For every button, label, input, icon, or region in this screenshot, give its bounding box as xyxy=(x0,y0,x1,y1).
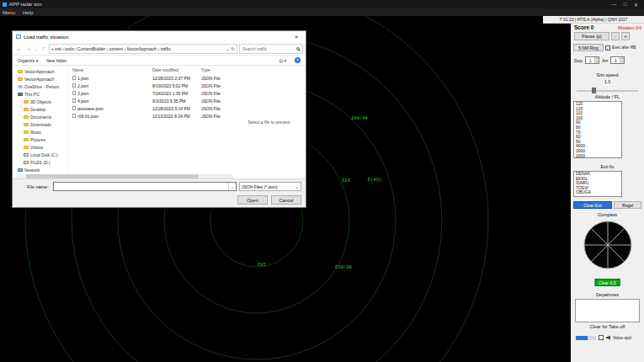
dialog-footer: File name: ⌄ JSON Files (*.json) ⌄ Open … xyxy=(13,178,306,207)
open-button[interactable]: Open xyxy=(237,195,268,205)
exit-fix-list[interactable]: DENAKEKKILIDARUTOSVIOBUGA xyxy=(573,171,622,197)
dialog-close-icon[interactable]: ✕ xyxy=(290,34,302,40)
tree-item[interactable]: Desktop xyxy=(13,105,67,113)
tree-item[interactable]: VectorApproach xyxy=(13,67,67,75)
speed-plus-button[interactable]: + xyxy=(621,32,630,40)
refresh-icon[interactable]: ↻ xyxy=(231,46,235,51)
file-row[interactable]: 3.json 7/24/2023 1:35 PM JSON File xyxy=(68,89,233,97)
clear-ils-button[interactable]: Clear ILS xyxy=(594,279,620,286)
cancel-button[interactable]: Cancel xyxy=(271,195,301,205)
exit-fix-option[interactable]: OBUGA xyxy=(574,190,621,195)
nm-ring-button[interactable]: 5 NM Ring xyxy=(573,44,604,51)
tree-item[interactable]: FILES (D:) xyxy=(13,158,67,166)
dep-label: Dep xyxy=(574,58,583,63)
preview-pane: Select a file to preview. xyxy=(233,66,306,178)
search-input[interactable] xyxy=(242,46,295,51)
minimize-button[interactable]: — xyxy=(609,2,620,7)
tree-item[interactable]: OneDrive - Person xyxy=(13,83,67,90)
folder-icon xyxy=(24,130,29,134)
dialog-title-bar[interactable]: Load traffic situation ✕ xyxy=(13,31,306,42)
search-box[interactable] xyxy=(239,44,303,54)
voice-spd-label: Voice spd xyxy=(613,335,631,340)
exec-after-rb-checkbox[interactable]: ✓ xyxy=(605,45,610,51)
pause-button[interactable]: Pause (p) xyxy=(574,32,609,40)
address-bar[interactable]: « csk › tools › ContentBuilder › content… xyxy=(49,44,237,54)
breadcrumb[interactable]: « csk › tools › ContentBuilder › content… xyxy=(51,46,224,51)
tree-item[interactable]: Pictures xyxy=(13,136,67,143)
menu-item[interactable]: Menu xyxy=(3,10,15,15)
dialog-toolbar: Organize ▾ New folder ▤ ▾ ? xyxy=(13,56,306,66)
folder-icon xyxy=(24,146,29,149)
forward-icon[interactable]: → xyxy=(24,45,32,51)
menu-item[interactable]: Help xyxy=(23,10,33,15)
arr-spinner-arrows[interactable]: ▴▾ xyxy=(620,57,624,63)
file-type-dropdown-icon: ⌄ xyxy=(295,184,299,189)
regel-button[interactable]: Regel xyxy=(614,201,641,209)
folder-icon xyxy=(24,100,29,104)
arr-label: Arr xyxy=(602,58,608,63)
help-icon[interactable]: ? xyxy=(295,57,301,63)
radar-fix-label[interactable]: E(45) xyxy=(368,177,382,182)
address-dropdown-icon[interactable]: ⌄ xyxy=(226,46,230,51)
tree-item[interactable]: Documents xyxy=(13,113,67,120)
file-row[interactable]: 1.json 12/28/2023 2:37 PM JSON File xyxy=(68,74,233,82)
tree-item[interactable]: 3D Objects xyxy=(13,98,67,105)
folder-tree: VectorApproach VectorApproach OneDrive -… xyxy=(13,66,68,178)
file-name-combobox[interactable]: ⌄ xyxy=(53,182,237,191)
close-button[interactable]: ✕ xyxy=(631,2,641,8)
json-icon xyxy=(72,76,76,80)
radar-fix-label[interactable]: 290/44 xyxy=(351,115,368,120)
dep-spinner-arrows[interactable]: ▴▾ xyxy=(594,57,599,63)
view-options-icon[interactable]: ▤ ▾ xyxy=(279,58,286,63)
clear-for-takeoff-button[interactable]: Clear for Take-off xyxy=(571,324,644,329)
new-folder-button[interactable]: New folder xyxy=(46,58,67,63)
dialog-title: Load traffic situation xyxy=(24,35,290,40)
file-list-pane: Name Date modified Type 1.json 12/28/202… xyxy=(68,66,233,178)
column-header-modified[interactable]: Date modified xyxy=(152,67,201,72)
voice-spd-checkbox[interactable] xyxy=(599,335,604,340)
json-icon xyxy=(72,98,76,103)
maximize-button[interactable]: □ xyxy=(620,2,631,7)
file-row[interactable]: 2.json 8/19/2023 5:02 PM JSON File xyxy=(68,82,233,89)
file-name-input[interactable] xyxy=(54,184,228,189)
back-icon[interactable]: ← xyxy=(15,45,23,51)
tree-item[interactable]: Downloads xyxy=(13,120,67,128)
slider-track xyxy=(577,90,638,92)
up-icon[interactable]: ↑ xyxy=(40,45,47,51)
tree-item[interactable]: Videos xyxy=(13,143,67,151)
altitude-option[interactable]: 2000 xyxy=(574,154,621,158)
file-row[interactable]: 4.json 9/3/2023 9:35 PM JSON File xyxy=(68,97,233,104)
folder-icon xyxy=(24,123,29,126)
tree-item[interactable]: This PC xyxy=(13,90,67,98)
file-row[interactable]: r06-01.json 11/13/2023 8:34 PM JSON File xyxy=(68,112,233,120)
slider-thumb[interactable] xyxy=(592,88,596,93)
clear-exit-button[interactable]: Clear Exit xyxy=(573,201,612,209)
sim-speed-label: Sim speed xyxy=(571,72,644,77)
radar-fix-label[interactable]: E80/2A xyxy=(335,264,352,269)
speed-minus-button[interactable]: - xyxy=(611,32,620,40)
tree-item[interactable]: Network xyxy=(13,166,67,173)
voice-volume-slider[interactable] xyxy=(576,336,596,340)
arr-stepper[interactable]: 1 ▴▾ xyxy=(610,56,625,64)
history-dropdown-icon[interactable]: ⌄ xyxy=(34,46,38,51)
sim-speed-slider[interactable] xyxy=(577,88,638,93)
file-row[interactable]: autosave.json 12/28/2023 9:14 PM JSON Fi… xyxy=(68,104,233,112)
altitude-list[interactable]: 1201151101009080706050400030002000 xyxy=(573,101,622,158)
tree-item[interactable]: VectorApproach xyxy=(13,75,67,83)
file-type-select[interactable]: JSON Files (*.json) ⌄ xyxy=(239,182,301,191)
tree-item[interactable]: Local Disk (C:) xyxy=(13,151,67,158)
departures-list[interactable] xyxy=(575,299,640,322)
compass-rose[interactable] xyxy=(583,220,633,270)
column-header-type[interactable]: Type xyxy=(201,67,233,72)
dep-stepper[interactable]: 1 ▴▾ xyxy=(585,56,599,64)
organize-button[interactable]: Organize ▾ xyxy=(18,58,38,63)
tree-item[interactable]: Music xyxy=(13,128,67,136)
altitude-label: Altitude / FL xyxy=(571,94,644,99)
column-header-name[interactable]: Name xyxy=(68,67,152,72)
file-type-value: JSON Files (*.json) xyxy=(242,184,278,189)
file-name-dropdown-icon[interactable]: ⌄ xyxy=(228,183,236,190)
sim-speed-value: 1.0 xyxy=(571,79,644,84)
folder-icon xyxy=(18,70,23,73)
radar-fix-label[interactable]: E20 xyxy=(342,178,350,183)
radar-fix-label[interactable]: E05 xyxy=(258,262,266,267)
